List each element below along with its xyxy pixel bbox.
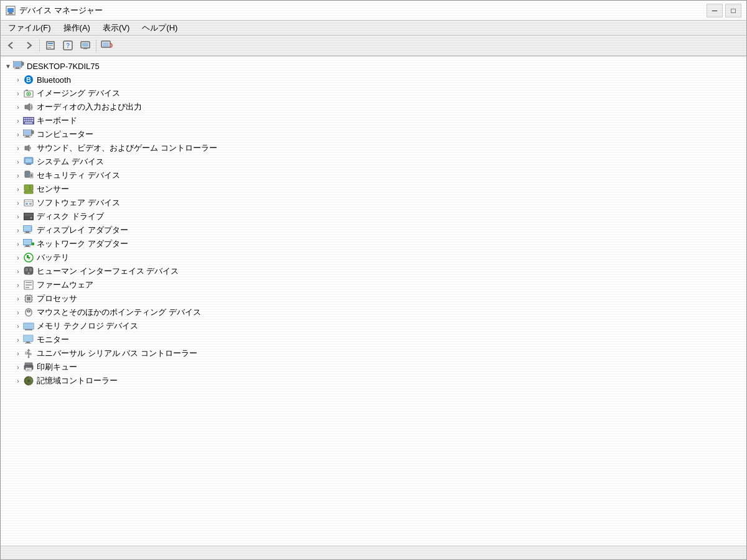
help-button[interactable]: ?	[60, 37, 76, 54]
back-button[interactable]	[3, 37, 19, 54]
help-icon: ?	[63, 40, 73, 50]
storage-label: 記憶域コントローラー	[37, 375, 118, 386]
keyboard-label: キーボード	[37, 115, 77, 126]
forward-button[interactable]	[21, 37, 37, 54]
root-expand-icon: ▼	[3, 61, 13, 71]
svg-rect-66	[24, 233, 31, 233]
tree-item-sensor[interactable]: › センサー	[1, 182, 746, 196]
bluetooth-label: Bluetooth	[37, 75, 71, 85]
mouse-icon	[23, 307, 34, 318]
svg-rect-23	[26, 90, 28, 91]
security-icon	[23, 170, 34, 181]
svg-rect-69	[26, 245, 29, 246]
firmware-icon	[23, 279, 34, 291]
svg-rect-75	[29, 268, 32, 271]
svg-rect-1	[7, 8, 14, 12]
system-expand-icon: ›	[13, 157, 23, 167]
software-icon	[23, 197, 34, 208]
svg-rect-36	[30, 120, 31, 121]
menu-view[interactable]: 表示(V)	[98, 21, 134, 35]
tree-item-display[interactable]: › ディスプレイ アダプター	[1, 223, 746, 237]
tree-item-usb[interactable]: › ユニバーサル シリアル バス コントローラー	[1, 347, 746, 360]
svg-rect-37	[32, 120, 34, 121]
menu-file[interactable]: ファイル(F)	[3, 21, 56, 35]
firmware-expand-icon: ›	[13, 280, 23, 290]
keyboard-expand-icon: ›	[13, 116, 23, 126]
svg-rect-12	[83, 48, 87, 49]
tree-item-disk[interactable]: › ディスク ドライブ	[1, 210, 746, 223]
tree-item-printer[interactable]: › 印刷キュー	[1, 360, 746, 374]
tree-item-computer[interactable]: › コンピューター	[1, 128, 746, 141]
svg-rect-101	[32, 324, 33, 328]
svg-text:B: B	[26, 76, 31, 83]
toolbar-separator-2	[96, 39, 96, 52]
svg-rect-57	[26, 203, 28, 205]
device-tree[interactable]: ▼ DESKTOP-7KDIL75 › B Blue	[1, 57, 746, 546]
maximize-button[interactable]: □	[725, 4, 741, 17]
printer-label: 印刷キュー	[37, 362, 77, 373]
display-icon	[23, 225, 34, 236]
tree-item-system[interactable]: › システム デバイス	[1, 155, 746, 169]
tree-item-sound[interactable]: › サウンド、ビデオ、およびゲーム コントローラー	[1, 141, 746, 155]
svg-rect-43	[32, 131, 34, 134]
svg-rect-29	[26, 118, 27, 119]
storage-icon	[23, 375, 34, 386]
tree-item-bluetooth[interactable]: › B Bluetooth	[1, 73, 746, 86]
tree-item-battery[interactable]: › バッテリ	[1, 251, 746, 264]
svg-rect-99	[28, 324, 29, 328]
svg-rect-2	[9, 12, 12, 14]
computer-label: コンピューター	[37, 129, 93, 140]
svg-rect-64	[24, 226, 31, 231]
svg-rect-61	[24, 213, 33, 216]
svg-rect-117	[27, 369, 31, 370]
menu-help[interactable]: ヘルプ(H)	[137, 21, 182, 35]
display-expand-icon: ›	[13, 225, 23, 235]
tree-item-firmware[interactable]: › ファームウェア	[1, 278, 746, 292]
svg-point-77	[28, 273, 30, 274]
tree-item-keyboard[interactable]: › キーボード	[1, 114, 746, 128]
imaging-label: イメージング デバイス	[37, 88, 120, 99]
svg-rect-11	[82, 43, 88, 47]
svg-rect-54	[24, 191, 33, 194]
svg-rect-6	[48, 45, 53, 46]
svg-rect-28	[24, 118, 26, 119]
minimize-button[interactable]: ─	[707, 4, 723, 17]
device-manager-icon-btn[interactable]	[77, 37, 93, 54]
tree-item-software[interactable]: › ソフトウェア デバイス	[1, 196, 746, 210]
svg-rect-17	[16, 67, 19, 68]
network-expand-icon: ›	[13, 239, 23, 249]
tree-item-mouse[interactable]: › マウスとそのほかのポインティング デバイス	[1, 306, 746, 319]
svg-rect-74	[26, 268, 28, 271]
svg-rect-16	[14, 62, 21, 67]
sound-label: サウンド、ビデオ、およびゲーム コントローラー	[37, 142, 217, 154]
tree-item-processor[interactable]: › プロセッサ	[1, 292, 746, 306]
tree-root-item[interactable]: ▼ DESKTOP-7KDIL75	[1, 59, 746, 73]
root-computer-icon	[13, 60, 24, 72]
processor-label: プロセッサ	[37, 293, 77, 304]
memory-icon	[23, 320, 34, 332]
svg-rect-18	[14, 68, 21, 69]
menu-action[interactable]: 操作(A)	[59, 21, 95, 35]
status-bar	[1, 546, 746, 559]
monitor-expand-icon: ›	[13, 335, 23, 345]
svg-rect-105	[26, 342, 30, 343]
tree-item-audio[interactable]: › オーディオの入力および出力	[1, 100, 746, 114]
monitor-button[interactable]	[99, 37, 115, 54]
tree-item-monitor[interactable]: › モニター	[1, 333, 746, 347]
sound-expand-icon: ›	[13, 143, 23, 153]
forward-icon	[24, 40, 34, 50]
hid-expand-icon: ›	[13, 266, 23, 276]
svg-rect-46	[26, 159, 32, 162]
svg-rect-102	[25, 329, 32, 330]
tree-item-storage[interactable]: › 記憶域コントローラー	[1, 374, 746, 388]
svg-rect-40	[24, 130, 31, 135]
battery-expand-icon: ›	[13, 253, 23, 263]
tree-item-memory[interactable]: › メモリ テクノロジ デバイス	[1, 319, 746, 333]
tree-item-security[interactable]: › セキュリティ デバイス	[1, 169, 746, 182]
properties-button[interactable]	[42, 37, 59, 54]
usb-icon	[23, 348, 34, 359]
tree-item-hid[interactable]: › ヒューマン インターフェイス デバイス	[1, 264, 746, 278]
software-expand-icon: ›	[13, 198, 23, 208]
tree-item-network[interactable]: › ネットワーク アダプター	[1, 237, 746, 251]
tree-item-imaging[interactable]: › イメージング デバイス	[1, 86, 746, 100]
